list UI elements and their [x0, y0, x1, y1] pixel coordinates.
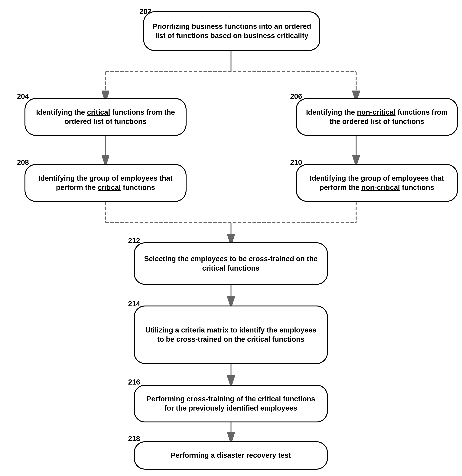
box-202-text: Prioritizing business functions into an … [152, 22, 312, 41]
flowchart-diagram: 202 Prioritizing business functions into… [0, 0, 462, 476]
label-214: 214 [128, 300, 140, 308]
box-218: Performing a disaster recovery test [134, 441, 328, 470]
box-204-text: Identifying the critical functions from … [33, 108, 178, 126]
box-206: Identifying the non-critical functions f… [296, 98, 458, 136]
label-212: 212 [128, 237, 140, 245]
box-206-text: Identifying the non-critical functions f… [304, 108, 449, 126]
label-218: 218 [128, 435, 140, 443]
box-216: Performing cross-training of the critica… [134, 385, 328, 422]
box-216-text: Performing cross-training of the critica… [142, 394, 319, 413]
box-202: Prioritizing business functions into an … [143, 11, 320, 51]
box-208: Identifying the group of employees that … [25, 164, 187, 202]
label-208: 208 [17, 158, 29, 167]
box-210-text: Identifying the group of employees that … [304, 174, 449, 192]
box-212-text: Selecting the employees to be cross-trai… [142, 254, 319, 273]
label-204: 204 [17, 93, 29, 101]
box-218-text: Performing a disaster recovery test [171, 451, 291, 460]
box-214: Utilizing a criteria matrix to identify … [134, 306, 328, 364]
box-214-text: Utilizing a criteria matrix to identify … [142, 325, 319, 344]
label-216: 216 [128, 378, 140, 386]
label-210: 210 [290, 158, 302, 167]
box-204: Identifying the critical functions from … [25, 98, 187, 136]
box-210: Identifying the group of employees that … [296, 164, 458, 202]
label-206: 206 [290, 93, 302, 101]
box-212: Selecting the employees to be cross-trai… [134, 242, 328, 285]
box-208-text: Identifying the group of employees that … [33, 174, 178, 192]
